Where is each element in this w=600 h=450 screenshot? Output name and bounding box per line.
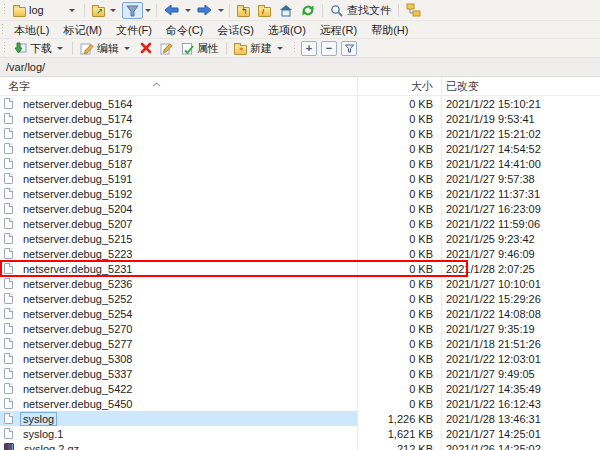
download-label: 下载 bbox=[30, 41, 52, 56]
filter-small-button[interactable] bbox=[341, 41, 357, 56]
file-row[interactable]: netserver.debug_52360 KB2021/1/27 10:10:… bbox=[0, 276, 600, 291]
file-size: 0 KB bbox=[357, 293, 441, 305]
file-icon bbox=[4, 248, 13, 259]
file-row[interactable]: netserver.debug_51790 KB2021/1/27 14:54:… bbox=[0, 141, 600, 156]
home-directory-button[interactable] bbox=[275, 2, 297, 19]
open-directory-button[interactable]: ↗ bbox=[88, 2, 122, 19]
edit-pencil-icon bbox=[80, 42, 94, 55]
file-row[interactable]: netserver.debug_53370 KB2021/1/27 9:49:0… bbox=[0, 366, 600, 381]
file-row[interactable]: netserver.debug_52520 KB2021/1/22 15:29:… bbox=[0, 291, 600, 306]
properties-label: 属性 bbox=[197, 41, 219, 56]
chevron-down-icon bbox=[57, 47, 63, 50]
file-row[interactable]: netserver.debug_54500 KB2021/1/22 16:12:… bbox=[0, 396, 600, 411]
file-row[interactable]: netserver.debug_52230 KB2021/1/27 9:46:0… bbox=[0, 246, 600, 261]
file-icon bbox=[4, 413, 13, 424]
file-row[interactable]: netserver.debug_51920 KB2021/1/22 11:37:… bbox=[0, 186, 600, 201]
parent-directory-button[interactable]: ↰ bbox=[233, 2, 254, 19]
file-size: 0 KB bbox=[357, 338, 441, 350]
path-bar[interactable]: /var/log/ bbox=[0, 57, 600, 77]
rename-button[interactable] bbox=[156, 40, 177, 57]
synchronize-browsing-button[interactable] bbox=[402, 1, 425, 19]
file-changed: 2021/1/27 10:10:01 bbox=[441, 278, 541, 290]
column-header-changed[interactable]: 已改变 bbox=[441, 79, 479, 94]
menubar-grip[interactable] bbox=[1, 24, 4, 36]
file-row[interactable]: netserver.debug_52070 KB2021/1/22 11:59:… bbox=[0, 216, 600, 231]
file-row[interactable]: netserver.debug_52310 KB2021/1/28 2:07:2… bbox=[0, 261, 600, 276]
rename-pencil-icon bbox=[160, 42, 173, 55]
menu-item[interactable]: 标记(M) bbox=[56, 21, 109, 39]
file-name-cell: netserver.debug_5223 bbox=[0, 247, 357, 261]
current-path: /var/log/ bbox=[6, 61, 45, 73]
file-icon bbox=[4, 233, 13, 244]
file-row[interactable]: netserver.debug_51870 KB2021/1/22 14:41:… bbox=[0, 156, 600, 171]
file-size: 0 KB bbox=[357, 218, 441, 230]
unselect-files-button[interactable]: − bbox=[321, 41, 337, 56]
toolbar-grip[interactable] bbox=[3, 42, 6, 54]
toolbar-separator bbox=[322, 4, 323, 17]
toolbar-grip[interactable] bbox=[3, 4, 6, 16]
root-directory-button[interactable]: / bbox=[254, 2, 275, 19]
file-size: 0 KB bbox=[357, 188, 441, 200]
new-button[interactable]: ✶ 新建 bbox=[230, 39, 289, 58]
column-header-size[interactable]: 大小 bbox=[357, 79, 441, 94]
file-name-cell: netserver.debug_5337 bbox=[0, 367, 357, 381]
file-name: netserver.debug_5270 bbox=[20, 322, 135, 336]
column-header-name[interactable]: 名字 bbox=[0, 79, 357, 94]
file-changed: 2021/1/22 15:21:02 bbox=[441, 128, 541, 140]
file-size: 0 KB bbox=[357, 173, 441, 185]
file-changed: 2021/1/27 9:35:19 bbox=[441, 323, 535, 335]
menu-item[interactable]: 文件(F) bbox=[109, 21, 159, 39]
properties-button[interactable]: 属性 bbox=[177, 39, 223, 58]
file-row[interactable]: netserver.debug_52540 KB2021/1/22 14:08:… bbox=[0, 306, 600, 321]
file-changed: 2021/1/18 21:51:26 bbox=[441, 338, 541, 350]
file-row[interactable]: netserver.debug_54220 KB2021/1/27 14:35:… bbox=[0, 381, 600, 396]
file-icon bbox=[4, 293, 13, 304]
file-name: netserver.debug_5179 bbox=[20, 142, 135, 156]
menu-item[interactable]: 远程(R) bbox=[313, 21, 364, 39]
toolbar-separator bbox=[226, 42, 227, 55]
chevron-down-icon bbox=[69, 9, 75, 12]
find-files-button[interactable]: 查找文件 bbox=[326, 1, 395, 20]
file-changed: 2021/1/22 15:29:26 bbox=[441, 293, 541, 305]
file-changed: 2021/1/25 9:23:42 bbox=[441, 233, 535, 245]
file-row[interactable]: syslog1,226 KB2021/1/28 13:46:31 bbox=[0, 411, 600, 426]
file-icon bbox=[4, 398, 13, 409]
refresh-button[interactable] bbox=[297, 2, 319, 19]
file-row[interactable]: netserver.debug_51910 KB2021/1/27 9:57:3… bbox=[0, 171, 600, 186]
file-name: netserver.debug_5191 bbox=[20, 172, 135, 186]
select-files-button[interactable]: + bbox=[301, 41, 317, 56]
back-button[interactable] bbox=[160, 2, 183, 18]
directory-combo[interactable]: log bbox=[9, 2, 81, 19]
delete-button[interactable] bbox=[136, 40, 156, 56]
forward-button[interactable] bbox=[193, 2, 216, 18]
filter-button[interactable] bbox=[122, 2, 143, 19]
file-name-cell: netserver.debug_5450 bbox=[0, 397, 357, 411]
menu-item[interactable]: 会话(S) bbox=[210, 21, 261, 39]
file-name: netserver.debug_5176 bbox=[20, 127, 135, 141]
toolbar-grip[interactable] bbox=[293, 42, 296, 54]
file-row[interactable]: netserver.debug_52150 KB2021/1/25 9:23:4… bbox=[0, 231, 600, 246]
file-row[interactable]: netserver.debug_51740 KB2021/1/19 9:53:4… bbox=[0, 111, 600, 126]
file-row[interactable]: netserver.debug_53080 KB2021/1/22 12:03:… bbox=[0, 351, 600, 366]
menu-item[interactable]: 选项(O) bbox=[261, 21, 313, 39]
file-row[interactable]: syslog.11,621 KB2021/1/27 14:25:01 bbox=[0, 426, 600, 441]
file-size: 0 KB bbox=[357, 233, 441, 245]
menu-item[interactable]: 本地(L) bbox=[7, 21, 56, 39]
file-row[interactable]: netserver.debug_52770 KB2021/1/18 21:51:… bbox=[0, 336, 600, 351]
file-row[interactable]: netserver.debug_52040 KB2021/1/27 16:23:… bbox=[0, 201, 600, 216]
menu-item[interactable]: 帮助(H) bbox=[364, 21, 415, 39]
menu-item[interactable]: 命令(C) bbox=[159, 21, 210, 39]
file-icon bbox=[4, 353, 13, 364]
file-name-cell: netserver.debug_5254 bbox=[0, 307, 357, 321]
file-changed: 2021/1/19 9:53:41 bbox=[441, 113, 535, 125]
file-changed: 2021/1/22 12:03:01 bbox=[441, 353, 541, 365]
edit-button[interactable]: 编辑 bbox=[76, 39, 136, 58]
file-row[interactable]: syslog.2.gz212 KB2021/1/26 14:25:02 bbox=[0, 441, 600, 450]
list-header: 名字 大小 已改变 bbox=[0, 77, 600, 96]
download-button[interactable]: 下载 bbox=[9, 39, 69, 58]
file-row[interactable]: netserver.debug_51760 KB2021/1/22 15:21:… bbox=[0, 126, 600, 141]
open-folder-icon: ↗ bbox=[92, 7, 105, 17]
file-size: 0 KB bbox=[357, 128, 441, 140]
file-row[interactable]: netserver.debug_52700 KB2021/1/27 9:35:1… bbox=[0, 321, 600, 336]
file-row[interactable]: netserver.debug_51640 KB2021/1/22 15:10:… bbox=[0, 96, 600, 111]
